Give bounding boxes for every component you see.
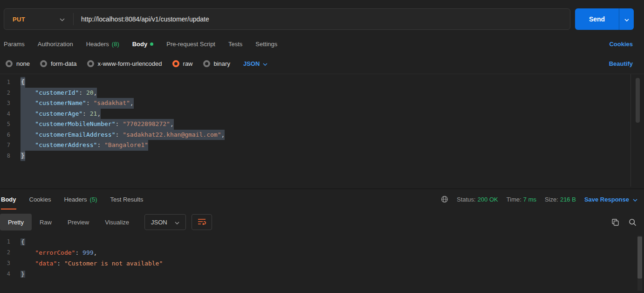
search-icon[interactable]	[629, 218, 637, 226]
code-line[interactable]: 4}	[0, 269, 644, 279]
code-token: :	[97, 141, 104, 148]
tab-tests[interactable]: Tests	[228, 41, 242, 48]
language-label: JSON	[151, 219, 167, 226]
method-label: PUT	[13, 16, 25, 23]
size-value: 216 B	[560, 196, 576, 203]
code-line[interactable]: 6 "customerEmailAddress": "sadakhat22.kh…	[0, 130, 644, 140]
view-raw-button[interactable]: Raw	[32, 214, 60, 230]
code-line[interactable]: 4 "customerAge": 21,	[0, 109, 644, 119]
line-number: 4	[0, 109, 21, 119]
code-line[interactable]: 7 "customerAddress": "Bangalore1"	[0, 140, 644, 151]
radio-icon	[40, 60, 47, 67]
code-line[interactable]: 1{	[0, 77, 644, 88]
response-tab-body[interactable]: Body	[1, 189, 16, 209]
code-token: :	[75, 249, 82, 256]
response-body-editor[interactable]: 1{2 "errorCode": 999,3 "data": "Customer…	[0, 237, 644, 279]
code-text[interactable]: {	[21, 77, 25, 88]
code-token: "Bangalore1"	[104, 141, 148, 148]
view-visualize-button[interactable]: Visualize	[97, 214, 137, 230]
code-token	[21, 131, 35, 138]
response-tabs: Body Cookies Headers(5) Test Results	[1, 189, 143, 209]
request-tabs: Params Authorization Headers(8) Body Pre…	[0, 35, 644, 53]
code-text[interactable]: "customerEmailAddress": "sadakhat22.khan…	[21, 130, 225, 140]
tab-pre-request-script[interactable]: Pre-request Script	[166, 41, 215, 48]
send-button[interactable]: Send	[575, 8, 619, 30]
size-label: Size:	[545, 196, 558, 203]
body-type-binary[interactable]: binary	[203, 60, 230, 67]
postman-window: PUT http://localhost:8084/api/v1/custome…	[0, 0, 644, 293]
line-number: 8	[0, 151, 21, 161]
code-text[interactable]: "customerId": 20,	[21, 88, 97, 98]
response-tab-test-results[interactable]: Test Results	[110, 189, 144, 209]
code-text[interactable]: "data": "Customer is not available"	[21, 258, 163, 269]
tab-label: Params	[4, 41, 25, 48]
code-text[interactable]: }	[21, 151, 25, 161]
scrollbar[interactable]	[636, 78, 640, 123]
code-token: "customerId"	[35, 89, 79, 96]
code-line[interactable]: 5 "customerMobileNumber": "77022898272",	[0, 119, 644, 130]
line-number: 3	[0, 258, 21, 269]
line-number: 4	[0, 269, 21, 279]
code-text[interactable]: }	[21, 269, 25, 279]
save-response-button[interactable]: Save Response	[584, 196, 637, 203]
body-type-urlencoded[interactable]: x-www-form-urlencoded	[87, 60, 162, 67]
code-text[interactable]: "customerAddress": "Bangalore1"	[21, 140, 148, 151]
tab-authorization[interactable]: Authorization	[38, 41, 73, 48]
request-input-container: PUT http://localhost:8084/api/v1/custome…	[4, 8, 570, 30]
view-preview-button[interactable]: Preview	[60, 214, 97, 230]
code-text[interactable]: "errorCode": 999,	[21, 247, 97, 258]
code-line[interactable]: 3 "data": "Customer is not available"	[0, 258, 644, 269]
code-text[interactable]: {	[21, 237, 25, 247]
body-type-raw[interactable]: raw	[172, 60, 193, 67]
code-token: :	[116, 120, 123, 127]
code-line[interactable]: 2 "errorCode": 999,	[0, 247, 644, 258]
body-type-none[interactable]: none	[6, 60, 30, 67]
wrap-lines-button[interactable]	[192, 214, 212, 230]
code-text[interactable]: "customerAge": 21,	[21, 109, 101, 119]
code-token: ,	[94, 249, 97, 256]
code-line[interactable]: 3 "customerName": "sadakhat",	[0, 98, 644, 109]
code-token: 999	[82, 249, 93, 256]
copy-icon[interactable]	[611, 218, 619, 226]
globe-icon[interactable]	[441, 195, 448, 203]
code-line[interactable]: 1{	[0, 237, 644, 247]
cookies-link[interactable]: Cookies	[609, 41, 633, 48]
beautify-link[interactable]: Beautify	[609, 60, 633, 67]
chevron-down-icon	[633, 196, 637, 203]
view-label: Preview	[68, 219, 89, 226]
raw-language-select[interactable]: JSON	[243, 60, 267, 67]
line-number: 1	[0, 237, 21, 247]
request-body-editor[interactable]: 1{2 "customerId": 20,3 "customerName": "…	[0, 74, 644, 188]
tab-body[interactable]: Body	[132, 41, 154, 48]
method-selector[interactable]: PUT	[4, 9, 73, 29]
status-badge: Status:200 OK	[457, 196, 498, 203]
radio-label: raw	[183, 60, 193, 67]
code-token: "customerAge"	[35, 110, 82, 117]
view-label: Raw	[40, 219, 52, 226]
save-response-label: Save Response	[584, 196, 629, 203]
status-value: 200 OK	[478, 196, 498, 203]
code-token	[21, 99, 35, 106]
code-text[interactable]: "customerName": "sadakhat",	[21, 98, 134, 109]
code-line[interactable]: 2 "customerId": 20,	[0, 88, 644, 98]
code-text[interactable]: "customerMobileNumber": "77022898272",	[21, 119, 174, 130]
send-split-button: Send	[575, 8, 634, 30]
code-line[interactable]: 8}	[0, 151, 644, 161]
response-language-select[interactable]: JSON	[144, 214, 186, 230]
url-input[interactable]: http://localhost:8084/api/v1/customer/up…	[74, 15, 209, 23]
response-tab-cookies[interactable]: Cookies	[29, 189, 51, 209]
tab-headers[interactable]: Headers(8)	[86, 41, 119, 48]
tab-params[interactable]: Params	[4, 41, 25, 48]
radio-label: binary	[214, 60, 230, 67]
body-type-form-data[interactable]: form-data	[40, 60, 77, 67]
request-url-row: PUT http://localhost:8084/api/v1/custome…	[0, 0, 644, 35]
tab-settings[interactable]: Settings	[255, 41, 277, 48]
scrollbar[interactable]	[637, 237, 642, 279]
tab-label: Headers	[86, 41, 109, 48]
view-pretty-button[interactable]: Pretty	[0, 214, 32, 230]
tab-label: Pre-request Script	[166, 41, 215, 48]
tab-label: Cookies	[29, 196, 51, 203]
response-tab-headers[interactable]: Headers(5)	[64, 189, 97, 209]
radio-icon	[6, 60, 13, 67]
send-options-button[interactable]	[619, 8, 634, 30]
